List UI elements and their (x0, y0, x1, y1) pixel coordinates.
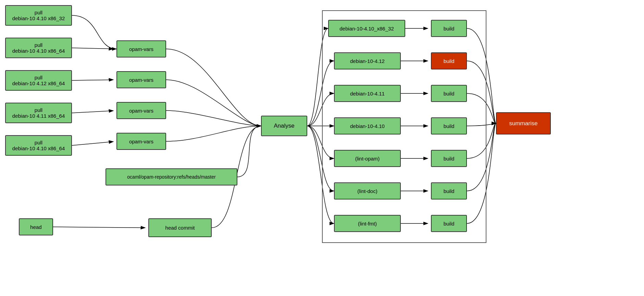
lint-doc-node: (lint-doc) (334, 182, 401, 200)
opam-vars3-node: opam-vars (116, 102, 166, 119)
debian-1011-node: debian-10-4.11 (334, 85, 401, 102)
pull2-node: pulldebian-10 4.10 x86_64 (5, 38, 72, 58)
build6-node: build (431, 182, 467, 200)
pull1-node: pulldebian-10 4.10 x86_32 (5, 5, 72, 26)
ocaml-repo-node: ocaml/opam-repository:refs/heads/master (106, 168, 237, 185)
pull5-node: pulldebian-10 4.10 x86_64 (5, 135, 72, 156)
build5-node: build (431, 150, 467, 167)
build7-node: build (431, 215, 467, 232)
summarise-node: summarise (496, 112, 551, 134)
pull4-node: pulldebian-10 4.11 x86_64 (5, 103, 72, 123)
opam-vars1-node: opam-vars (116, 40, 166, 57)
analyse-node: Analyse (261, 116, 307, 136)
opam-vars4-node: opam-vars (116, 133, 166, 150)
opam-vars2-node: opam-vars (116, 71, 166, 88)
build3-node: build (431, 85, 467, 102)
head-node: head (19, 218, 53, 235)
debian-1012-node: debian-10-4.12 (334, 52, 401, 69)
build4-node: build (431, 117, 467, 134)
build2-node: build (431, 52, 467, 69)
build1-node: build (431, 20, 467, 37)
head-commit-node: head commit (148, 218, 212, 237)
debian-1010-node: debian-10-4.10 (334, 117, 401, 134)
pull3-node: pulldebian-10 4.12 x86_64 (5, 70, 72, 91)
lint-opam-node: (lint-opam) (334, 150, 401, 167)
lint-fmt-node: (lint-fmt) (334, 215, 401, 232)
debian-1032-node: debian-10-4.10_x86_32 (328, 20, 405, 37)
